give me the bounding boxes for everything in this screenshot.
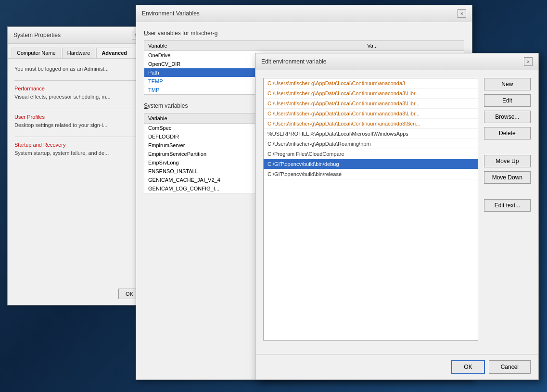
tab-hardware[interactable]: Hardware [62,48,96,58]
admin-warning-text: You must be logged on as an Administ... [14,65,140,73]
user-vars-col-variable: Variable [144,41,363,51]
edit-action-buttons: New Edit Browse... Delete Move Up Move D… [484,78,531,341]
edit-button[interactable]: Edit [484,94,531,107]
edit-env-close-button[interactable]: × [524,57,533,66]
system-props-tabs: Computer Name Hardware Advanced [8,44,146,59]
cancel-button[interactable]: Cancel [489,360,531,374]
env-vars-close-button[interactable]: × [458,9,466,18]
startup-recovery-text: System startup, system failure, and de..… [14,150,140,157]
user-vars-header: User variables for mfischer-g [144,30,464,37]
system-props-titlebar: System Properties × [8,27,146,44]
edit-env-titlebar: Edit environment variable × [255,53,538,70]
list-item[interactable]: C:\Users\mfischer-g\AppData\Local\Contin… [264,99,478,109]
user-profiles-title: User Profiles [14,114,140,120]
list-item[interactable]: C:\GIT\opencv\build\bin\debug [264,159,478,169]
env-vars-title: Environment Variables [142,10,200,17]
tab-computer-name[interactable]: Computer Name [12,48,61,58]
path-list[interactable]: C:\Users\mfischer-g\AppData\Local\Contin… [263,78,478,341]
user-profiles-text: Desktop settings related to your sign-i.… [14,122,140,129]
list-item[interactable]: C:\Program Files\CloudCompare [264,149,478,159]
user-profiles-section: User Profiles Desktop settings related t… [14,114,140,129]
move-up-button[interactable]: Move Up [484,155,531,167]
ok-button[interactable]: OK [451,360,484,374]
list-item[interactable]: C:\Users\mfischer-g\AppData\Local\Contin… [264,78,478,89]
system-props-title: System Properties [13,32,61,38]
list-item[interactable]: C:\Users\mfischer-g\AppData\Roaming\npm [264,139,478,149]
admin-warning-section: You must be logged on as an Administ... [14,65,140,73]
system-props-body: You must be logged on as an Administ... … [8,59,146,172]
env-vars-titlebar: Environment Variables × [136,5,472,22]
tab-advanced[interactable]: Advanced [96,48,132,58]
startup-recovery-title: Startup and Recovery [14,142,140,148]
edit-env-body: C:\Users\mfischer-g\AppData\Local\Contin… [255,70,538,348]
list-item[interactable]: %USERPROFILE%\AppData\Local\Microsoft\Wi… [264,129,478,139]
edit-env-title: Edit environment variable [261,58,326,65]
list-item[interactable]: C:\Users\mfischer-g\AppData\Local\Contin… [264,119,478,129]
performance-text: Visual effects, processor scheduling, m.… [14,93,140,101]
user-vars-col-value: Va... [363,41,464,51]
startup-recovery-section: Startup and Recovery System startup, sys… [14,142,140,157]
performance-section: Performance Visual effects, processor sc… [14,86,140,101]
browse-button[interactable]: Browse... [484,111,531,123]
performance-title: Performance [14,86,140,91]
delete-button[interactable]: Delete [484,127,531,139]
new-button[interactable]: New [484,78,531,90]
list-item[interactable]: C:\GIT\opencv\build\bin\release [264,169,478,179]
edit-env-dialog: Edit environment variable × C:\Users\mfi… [255,53,539,380]
move-down-button[interactable]: Move Down [484,171,531,184]
list-item[interactable]: C:\Users\mfischer-g\AppData\Local\Contin… [264,89,478,99]
system-props-window: System Properties × Computer Name Hardwa… [7,26,147,305]
edit-text-button[interactable]: Edit text... [484,199,531,212]
list-item[interactable]: C:\Users\mfischer-g\AppData\Local\Contin… [264,109,478,119]
edit-env-footer: OK Cancel [255,354,538,379]
